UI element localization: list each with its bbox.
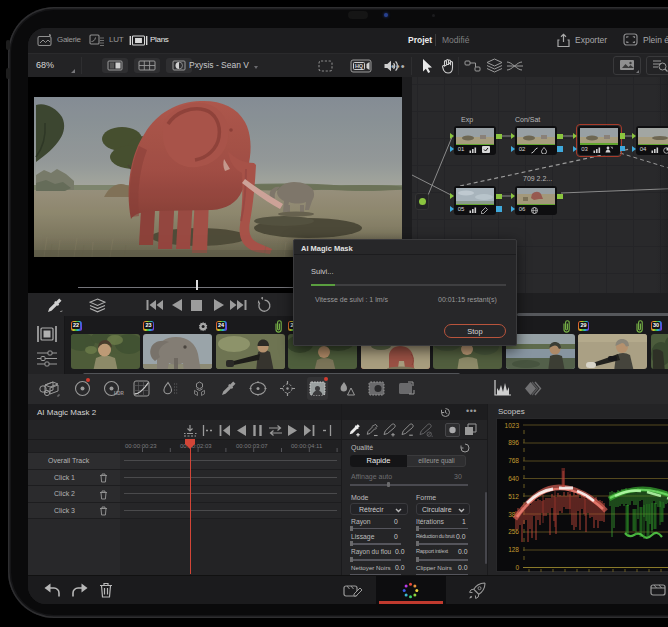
svg-text:640: 640 (508, 475, 519, 482)
svg-text:256: 256 (508, 528, 519, 535)
svg-text:768: 768 (508, 457, 519, 464)
svg-text:HQ: HQ (355, 63, 364, 69)
svg-text:128: 128 (508, 546, 519, 553)
svg-text:512: 512 (508, 493, 519, 500)
svg-text:1023: 1023 (505, 422, 520, 429)
svg-text:896: 896 (508, 439, 519, 446)
svg-text:0: 0 (515, 564, 519, 571)
